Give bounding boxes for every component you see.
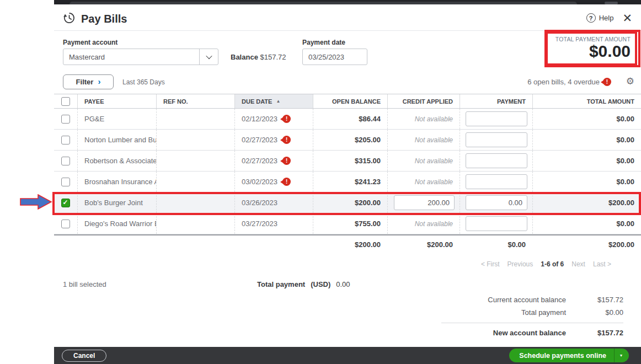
summary-total-payment-value: $0.00 xyxy=(568,308,623,317)
header-total-amount[interactable]: TOTAL AMOUNT xyxy=(532,94,641,108)
pagination-previous[interactable]: Previous xyxy=(508,260,533,268)
close-icon[interactable]: ✕ xyxy=(622,12,632,24)
total-amount-cell: $0.00 xyxy=(532,130,641,150)
row-checkbox[interactable] xyxy=(61,178,70,186)
table-row: Brosnahan Insurance Ag... 03/02/2023! $2… xyxy=(54,172,641,192)
summary-divider xyxy=(441,323,623,323)
table-row: PG&E 02/12/2023! $86.44 Not available $0… xyxy=(54,109,641,130)
payee-cell: Robertson & Associates xyxy=(77,151,156,171)
cancel-button[interactable]: Cancel xyxy=(62,350,106,362)
due-date-cell: 03/27/2023 xyxy=(234,213,313,234)
table-row: Diego's Road Warrior Bo... 03/27/2023 $7… xyxy=(54,213,641,234)
credit-applied-cell: Not available xyxy=(387,130,460,150)
header-due-date[interactable]: DUE DATE▲ xyxy=(234,94,313,108)
row-checkbox[interactable] xyxy=(61,157,70,165)
currency-label: (USD) xyxy=(311,280,330,288)
credit-applied-cell: Not available xyxy=(387,172,460,192)
table-row: Norton Lumber and Buil... 02/27/2023! $2… xyxy=(54,130,641,151)
payment-input[interactable] xyxy=(466,132,527,147)
new-balance-value: $157.72 xyxy=(568,329,623,337)
schedule-payments-button[interactable]: Schedule payments online ▾ xyxy=(509,349,629,362)
totals-open-balance: $200.00 xyxy=(313,235,387,253)
payment-input[interactable] xyxy=(466,216,527,231)
pay-bills-page: Pay Bills ? Help ✕ Payment account Maste… xyxy=(0,0,641,364)
open-balance-cell: $86.44 xyxy=(313,109,387,129)
footer-bar: Cancel Schedule payments online ▾ xyxy=(54,347,641,364)
pagination-first[interactable]: < First xyxy=(481,260,500,268)
balance-label: Balance xyxy=(231,53,258,61)
payment-input[interactable] xyxy=(466,174,527,189)
totals-total-amount: $200.00 xyxy=(532,235,641,253)
row-checkbox-checked[interactable] xyxy=(61,199,70,207)
balance-value: $157.72 xyxy=(260,53,286,61)
account-balance: Balance $157.72 xyxy=(231,53,286,61)
ref-cell xyxy=(156,213,234,234)
pagination: < First Previous 1-6 of 6 Next Last > xyxy=(481,260,611,268)
new-balance-label: New account balance xyxy=(441,329,568,337)
credit-applied-cell: Not available xyxy=(387,109,460,129)
open-bills-status: 6 open bills, 4 overdue ! xyxy=(527,78,611,86)
pagination-range: 1-6 of 6 xyxy=(541,260,564,268)
current-balance-value: $157.72 xyxy=(568,296,623,304)
payment-input[interactable] xyxy=(466,153,527,168)
filter-button[interactable]: Filter › xyxy=(63,74,114,89)
header-ref-no[interactable]: REF NO. xyxy=(156,94,234,108)
header-payment[interactable]: PAYMENT xyxy=(460,94,532,108)
payment-input[interactable] xyxy=(466,111,527,126)
filter-chevron-icon: › xyxy=(98,77,100,85)
pay-bills-modal: Pay Bills ? Help ✕ Payment account Maste… xyxy=(54,0,641,364)
due-date-cell: 02/27/2023! xyxy=(234,151,313,171)
credit-applied-input[interactable] xyxy=(394,195,455,210)
header-open-balance[interactable]: OPEN BALANCE xyxy=(313,94,387,108)
open-balance-cell: $205.00 xyxy=(313,130,387,150)
table-row: Robertson & Associates 02/27/2023! $315.… xyxy=(54,151,641,172)
overdue-warning-icon: ! xyxy=(282,157,291,165)
ref-cell xyxy=(156,109,234,129)
schedule-dropdown-caret-icon[interactable]: ▾ xyxy=(614,349,629,362)
total-payment-line: Total payment (USD) 0.00 xyxy=(257,280,350,288)
browser-chrome-strip xyxy=(54,0,641,4)
pagination-next[interactable]: Next xyxy=(571,260,585,268)
annotation-arrow-icon xyxy=(20,194,53,210)
payment-input[interactable] xyxy=(466,195,527,210)
totals-payment: $0.00 xyxy=(460,235,532,253)
select-all-checkbox[interactable] xyxy=(61,97,70,106)
payment-account-select[interactable]: Mastercard xyxy=(63,49,218,65)
header-credit-applied[interactable]: CREDIT APPLIED xyxy=(387,94,460,108)
bills-table: PAYEE REF NO. DUE DATE▲ OPEN BALANCE CRE… xyxy=(54,94,641,253)
open-balance-cell: $315.00 xyxy=(313,151,387,171)
current-balance-label: Current account balance xyxy=(441,296,568,304)
help-button[interactable]: ? Help xyxy=(586,13,614,23)
pagination-last[interactable]: Last > xyxy=(593,260,611,268)
payment-date-input[interactable] xyxy=(302,49,367,65)
payee-cell: Brosnahan Insurance Ag... xyxy=(77,172,156,192)
row-checkbox[interactable] xyxy=(61,115,70,124)
due-date-cell: 03/02/2023! xyxy=(234,172,313,192)
total-payment-amount-box: TOTAL PAYMENT AMOUNT $0.00 xyxy=(546,31,637,66)
ref-cell xyxy=(156,151,234,171)
chevron-down-icon xyxy=(206,53,212,59)
payee-cell: Bob's Burger Joint xyxy=(77,192,156,213)
sort-asc-icon: ▲ xyxy=(276,99,280,104)
row-checkbox[interactable] xyxy=(61,220,70,228)
due-date-cell: 02/27/2023! xyxy=(234,130,313,150)
due-date-cell: 03/26/2023 xyxy=(234,192,313,213)
bills-selected-count: 1 bill selected xyxy=(63,280,106,288)
total-amount-cell: $0.00 xyxy=(532,109,641,129)
open-bills-text: 6 open bills, 4 overdue xyxy=(527,78,600,86)
totals-credit-applied: $200.00 xyxy=(387,235,460,253)
help-icon: ? xyxy=(586,13,596,23)
overdue-warning-icon: ! xyxy=(282,136,291,144)
open-balance-cell: $755.00 xyxy=(313,213,387,234)
gear-icon[interactable]: ⚙ xyxy=(626,76,634,87)
table-totals-row: $200.00 $200.00 $0.00 $200.00 xyxy=(54,234,641,253)
row-checkbox[interactable] xyxy=(61,136,70,144)
total-amount-cell: $0.00 xyxy=(532,172,641,192)
total-amount-cell: $200.00 xyxy=(532,192,641,213)
total-payment-amount-value: $0.00 xyxy=(552,43,631,60)
filter-range-label: Last 365 Days xyxy=(122,78,165,86)
select-dropdown-zone[interactable] xyxy=(199,49,218,65)
header-payee[interactable]: PAYEE xyxy=(77,94,156,108)
payment-account-value: Mastercard xyxy=(63,53,199,61)
page-title: Pay Bills xyxy=(81,13,127,25)
